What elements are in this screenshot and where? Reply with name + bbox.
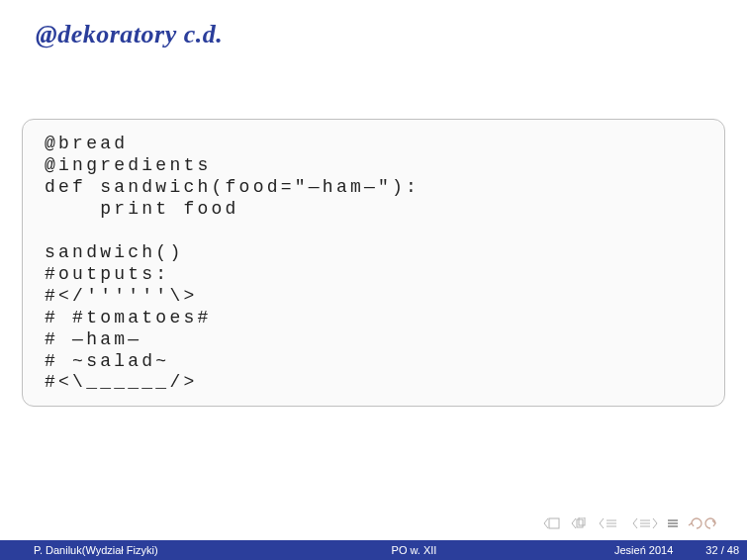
svg-rect-0: [549, 518, 559, 528]
slide: @dekoratory c.d. @bread @ingredients def…: [0, 0, 747, 560]
footer-bar: P. Daniluk(Wydział Fizyki) PO w. XII Jes…: [0, 540, 747, 560]
footer-page: 32 / 48: [705, 544, 739, 556]
nav-mode-icon[interactable]: [666, 517, 680, 529]
code-line: #</''''''\>: [45, 286, 702, 308]
code-line: # —ham—: [45, 329, 702, 351]
svg-rect-2: [579, 517, 585, 525]
code-blank-line: [45, 221, 702, 242]
code-block: @bread @ingredients def sandwich(food="—…: [22, 119, 725, 407]
nav-prev-section-icon[interactable]: [571, 517, 591, 529]
nav-cycle-icon[interactable]: [688, 516, 717, 530]
nav-prev-icon[interactable]: [599, 517, 624, 529]
footer-author: P. Daniluk(Wydział Fizyki): [0, 544, 287, 556]
code-line: # ~salad~: [45, 351, 702, 373]
code-line: print food: [45, 199, 702, 221]
code-line: #<\______/>: [45, 372, 702, 394]
nav-next-icon[interactable]: [632, 517, 658, 529]
code-line: @ingredients: [45, 155, 702, 177]
slide-title: @dekoratory c.d.: [36, 20, 747, 49]
code-line: @bread: [45, 134, 702, 155]
code-line: #outputs:: [45, 264, 702, 286]
code-line: # #tomatoes#: [45, 308, 702, 329]
footer-term: Jesień 2014: [614, 544, 673, 556]
footer-right: Jesień 2014 32 / 48: [541, 544, 747, 556]
code-line: def sandwich(food="—ham—"):: [45, 177, 702, 199]
beamer-nav-bar: [543, 516, 717, 530]
svg-rect-1: [577, 519, 583, 527]
code-line: sandwich(): [45, 242, 702, 264]
nav-first-icon[interactable]: [543, 517, 563, 529]
footer-center: PO w. XII: [287, 544, 541, 556]
